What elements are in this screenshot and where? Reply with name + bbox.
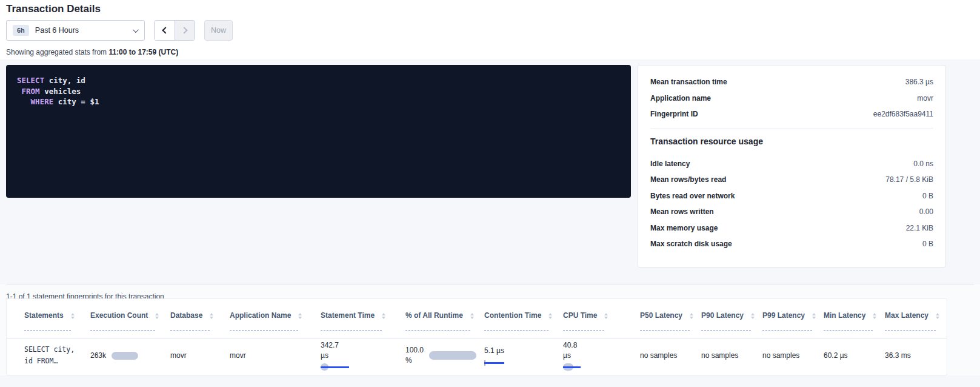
database-value: movr (170, 351, 187, 360)
col-header-p90-latency[interactable]: P90 Latency (701, 312, 755, 331)
next-interval-button[interactable] (175, 21, 195, 40)
col-header-label: % of All Runtime (405, 312, 470, 331)
sort-icon[interactable] (155, 313, 159, 319)
col-header-contention-time[interactable]: Contention Time (484, 312, 552, 331)
col-header-label: Database (170, 312, 210, 331)
prev-interval-button[interactable] (155, 21, 175, 40)
time-nav-group (154, 20, 195, 41)
caption-time-range: 11:00 to 17:59 (UTC) (108, 48, 178, 56)
time-toolbar: 6h Past 6 Hours Now (6, 20, 233, 41)
transaction-details-panel: Mean transaction time 386.3 µs Applicati… (638, 65, 946, 268)
sort-icon[interactable] (71, 313, 75, 319)
sort-icon[interactable] (470, 313, 474, 319)
detail-label: Bytes read over network (650, 192, 735, 200)
detail-row-mean-transaction-time: Mean transaction time 386.3 µs (650, 74, 933, 90)
contention-time-value: 5.1 µs (484, 346, 504, 356)
cell-min-latency: 60.2 µs (824, 338, 848, 372)
sort-icon[interactable] (604, 313, 608, 319)
col-header-p99-latency[interactable]: P99 Latency (762, 312, 816, 331)
cell-contention-time: 5.1 µs (484, 338, 504, 372)
time-range-label: Past 6 Hours (35, 26, 133, 35)
sql-statement-box: SELECT city, id FROM vehicles WHERE city… (6, 65, 631, 198)
col-header-label: P50 Latency (640, 312, 690, 331)
detail-row-bytes-read-over-network: Bytes read over network 0 B (650, 188, 933, 204)
runtime-unit: % (405, 355, 424, 366)
sort-icon[interactable] (751, 313, 755, 319)
sort-icon[interactable] (210, 313, 213, 319)
detail-label: Mean rows written (650, 207, 714, 216)
panel-divider (650, 129, 933, 129)
contention-time-bar (484, 360, 504, 366)
chevron-left-icon (162, 27, 168, 33)
col-header-p50-latency[interactable]: P50 Latency (640, 312, 693, 331)
statements-table: Statements Execution Count Database Appl… (6, 298, 947, 375)
aggregated-stats-caption: Showing aggregated stats from 11:00 to 1… (6, 48, 178, 56)
detail-label: Mean transaction time (650, 78, 727, 86)
sort-icon[interactable] (812, 313, 816, 319)
time-range-dropdown[interactable]: 6h Past 6 Hours (6, 20, 145, 41)
sort-icon[interactable] (548, 313, 552, 319)
cpu-time-bar (563, 363, 581, 371)
col-header-max-latency[interactable]: Max Latency (885, 312, 939, 331)
cell-database: movr (170, 338, 187, 372)
col-header-application-name[interactable]: Application Name (230, 312, 302, 331)
col-header-label: Max Latency (885, 312, 936, 331)
detail-value: 78.17 / 5.8 KiB (885, 175, 933, 184)
detail-label: Application name (650, 94, 711, 103)
col-header-statements[interactable]: Statements (24, 312, 75, 331)
detail-label: Mean rows/bytes read (650, 175, 726, 184)
statement-time-value: 342.7 (321, 340, 339, 351)
chevron-down-icon (133, 27, 139, 33)
cpu-time-unit: µs (563, 351, 571, 361)
execution-count-bar (112, 352, 138, 360)
p50-latency-value: no samples (640, 351, 677, 360)
detail-value: 0.00 (919, 207, 933, 216)
runtime-bar (429, 351, 476, 360)
statement-fingerprint-link[interactable]: SELECT city, id FROM… (24, 338, 75, 372)
detail-row-application-name: Application name movr (650, 90, 933, 107)
section-divider (6, 284, 974, 284)
p99-latency-value: no samples (762, 351, 799, 360)
statement-time-unit: µs (321, 351, 328, 361)
cpu-time-value: 40.8 (563, 340, 577, 351)
cell-cpu-time: 40.8 µs (563, 338, 581, 372)
sort-icon[interactable] (382, 313, 385, 319)
application-name-value: movr (230, 351, 246, 360)
col-header-statement-time[interactable]: Statement Time (321, 312, 385, 331)
cell-execution-count: 263k (90, 338, 138, 372)
detail-value: movr (917, 94, 933, 103)
sort-icon[interactable] (690, 313, 693, 319)
now-button[interactable]: Now (204, 20, 233, 41)
statement-time-bar (321, 363, 349, 371)
col-header-cpu-time[interactable]: CPU Time (563, 312, 608, 331)
detail-row-max-scratch-disk-usage: Max scratch disk usage 0 B (650, 236, 933, 252)
min-latency-value: 60.2 µs (824, 351, 848, 360)
sort-icon[interactable] (873, 313, 876, 319)
col-header-label: P90 Latency (701, 312, 751, 331)
chevron-right-icon (181, 27, 187, 33)
col-header-label: Execution Count (90, 312, 155, 331)
col-header-min-latency[interactable]: Min Latency (824, 312, 876, 331)
sort-icon[interactable] (936, 313, 939, 319)
resource-usage-title: Transaction resource usage (650, 135, 933, 147)
runtime-value: 100.0 (405, 345, 424, 355)
col-header-label: P99 Latency (762, 312, 812, 331)
detail-value: 22.1 KiB (906, 224, 933, 232)
statements-table-header: Statements Execution Count Database Appl… (7, 299, 947, 338)
cell-p99-latency: no samples (762, 338, 799, 372)
cell-statement-time: 342.7 µs (321, 338, 349, 372)
detail-label: Fingerprint ID (650, 110, 698, 118)
detail-label: Max scratch disk usage (650, 240, 732, 248)
col-header-database[interactable]: Database (170, 312, 213, 331)
detail-label: Max memory usage (650, 224, 718, 232)
page-title: Transaction Details (6, 3, 101, 15)
col-header-execution-count[interactable]: Execution Count (90, 312, 159, 331)
col-header-label: Application Name (230, 312, 298, 331)
col-header-pct-all-runtime[interactable]: % of All Runtime (405, 312, 474, 331)
cell-application-name: movr (230, 338, 246, 372)
col-header-label: CPU Time (563, 312, 604, 331)
sort-icon[interactable] (298, 313, 302, 319)
statement-text-line1: SELECT city, (24, 344, 75, 355)
col-header-label: Statements (24, 312, 71, 331)
col-header-label: Statement Time (321, 312, 382, 331)
